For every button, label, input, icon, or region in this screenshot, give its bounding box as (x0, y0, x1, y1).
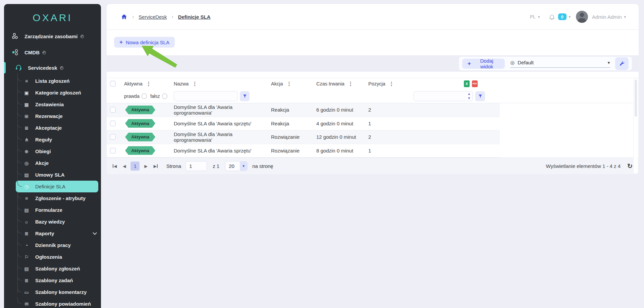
sidebar-section-label: Servicedesk (28, 65, 57, 71)
sidebar-item-umowy-sla[interactable]: ▤ Umowy SLA (4, 169, 101, 181)
sidebar-item-szablony-powiadomien[interactable]: ✉ Szablony powiadomień (4, 298, 101, 308)
column-header-aktywna[interactable]: Aktywna (124, 81, 143, 86)
sidebar-item-szablony-komentarzy[interactable]: ▭ Szablony komentarzy (4, 286, 101, 298)
column-menu-icon[interactable] (146, 81, 151, 87)
spinner-down-icon[interactable] (468, 96, 471, 101)
name-filter-button[interactable] (240, 91, 250, 101)
sidebar-item-obiegi[interactable]: ⊕ Obiegi (4, 145, 101, 157)
chevron-down-icon[interactable] (569, 15, 571, 19)
select-all-checkbox[interactable] (110, 81, 116, 86)
items-info-label: Wyświetlanie elementów 1 - 4 z 4 (546, 163, 621, 169)
cell-action: Reakcja (271, 107, 316, 113)
view-selector[interactable]: Default (510, 60, 610, 68)
sidebar-item-formularze[interactable]: ▤ Formularze (4, 204, 101, 216)
row-checkbox[interactable] (110, 107, 116, 113)
sidebar-item-definicje-sla[interactable]: ◷ Definicje SLA (16, 181, 98, 192)
per-page-label: na stronę (252, 163, 273, 169)
language-selector[interactable]: PL (530, 14, 536, 19)
table-scrollbar[interactable] (633, 78, 638, 174)
sidebar-item-label: Szablony zgłoszeń (35, 266, 80, 271)
chevron-down-icon (240, 162, 247, 171)
number-spinner[interactable] (468, 92, 471, 101)
table-row[interactable]: Aktywna Domyślne SLA dla 'Awaria oprogra… (107, 130, 500, 144)
row-checkbox[interactable] (110, 148, 116, 153)
column-header-akcja[interactable]: Akcja (271, 81, 283, 86)
page-number-input[interactable] (185, 161, 207, 171)
previous-page-button[interactable] (123, 164, 126, 169)
sidebar-item-label: Akceptacje (35, 125, 62, 131)
sidebar-item-label: Raporty (35, 231, 54, 236)
add-view-button[interactable]: Dodaj widok (462, 59, 505, 69)
sidebar-item-dziennik-pracy[interactable]: ◔ Dziennik pracy (4, 239, 101, 251)
home-icon[interactable] (121, 13, 127, 20)
breadcrumb-servicedesk[interactable]: ServiceDesk (139, 14, 167, 20)
filter-false-label: fałsz (150, 94, 160, 99)
view-settings-button[interactable] (615, 57, 629, 70)
cell-position: 1 (368, 121, 445, 126)
sidebar-item-label: Szablony powiadomień (35, 301, 91, 307)
filter-false-radio[interactable] (162, 94, 167, 99)
cmdb-icon (11, 48, 20, 56)
bell-icon[interactable] (549, 14, 555, 20)
cell-name: Domyślne SLA dla 'Awaria oprogramowania' (174, 104, 271, 116)
sidebar-item-lista-zgloszen[interactable]: ≡ Lista zgłoszeń (4, 75, 101, 87)
sidebar-section-zarzadzanie-zasobami[interactable]: Zarządzanie zasobami ◴ (4, 28, 101, 44)
column-header-pozycja[interactable]: Pozycja (368, 81, 385, 86)
pdf-export-icon[interactable] (472, 80, 478, 87)
column-menu-icon[interactable] (348, 81, 353, 87)
plus-icon (119, 39, 123, 46)
sidebar-section-servicedesk[interactable]: Servicedesk ◴ (4, 60, 101, 75)
new-sla-definition-button[interactable]: Nowa definicja SLA (114, 37, 175, 48)
sidebar-item-rezerwacje[interactable]: ⊞ Rezerwacje (4, 110, 101, 122)
cell-action: Rozwiązanie (271, 134, 316, 140)
filter-true-radio[interactable] (142, 94, 147, 99)
sidebar-item-zestawienia[interactable]: ▦ Zestawienia (4, 99, 101, 110)
last-page-button[interactable] (154, 164, 158, 169)
breadcrumb-definicje-sla[interactable]: Definicje SLA (178, 14, 211, 20)
sidebar-item-akcje[interactable]: ◎ Akcje (4, 157, 101, 169)
page-number-button[interactable]: 1 (130, 162, 140, 171)
spinner-up-icon[interactable] (468, 92, 471, 96)
comment-template-icon: ▭ (23, 290, 30, 295)
sidebar-item-akceptacje[interactable]: ≣ Akceptacje (4, 122, 101, 134)
name-filter-input[interactable] (174, 91, 237, 101)
avatar[interactable] (576, 11, 588, 23)
position-filter-button[interactable] (475, 91, 485, 101)
column-menu-icon[interactable] (389, 81, 394, 87)
funnel-icon (243, 94, 247, 99)
sidebar-item-kategorie-zgloszen[interactable]: ▣ Kategorie zgłoszeń (4, 87, 101, 99)
cell-position: 1 (368, 148, 445, 153)
sidebar-item-zgloszenie-atrybuty[interactable]: ≡ Zgłoszenie - atrybuty (4, 192, 101, 204)
chevron-down-icon[interactable] (624, 15, 626, 19)
sidebar-section-cmdb[interactable]: CMDB ◴ (4, 44, 101, 60)
refresh-icon[interactable] (627, 162, 633, 170)
sidebar-item-raporty[interactable]: ≣ Raporty (4, 228, 101, 239)
sidebar-item-szablony-zadan[interactable]: ≣ Szablony zadań (4, 274, 101, 286)
column-menu-icon[interactable] (192, 81, 197, 87)
scrollbar-thumb[interactable] (635, 80, 637, 117)
notification-template-icon: ✉ (23, 301, 30, 307)
table-row[interactable]: Aktywna Domyślne SLA dla 'Awaria sprzętu… (107, 117, 500, 131)
row-checkbox[interactable] (110, 121, 116, 126)
column-header-nazwa[interactable]: Nazwa (174, 81, 189, 86)
sidebar-item-ogloszenia[interactable]: ⚐ Ogłoszenia (4, 251, 101, 263)
oxari-logo: OXARI (4, 4, 101, 28)
tree-connector (17, 238, 22, 245)
page-size-select[interactable]: 20 (225, 161, 248, 171)
sidebar-item-reguly[interactable]: ⋔ Reguły (4, 134, 101, 145)
table-row[interactable]: Aktywna Domyślne SLA dla 'Awaria oprogra… (107, 103, 500, 117)
first-page-button[interactable] (113, 164, 117, 169)
next-page-button[interactable] (144, 164, 147, 169)
column-header-czas-trwania[interactable]: Czas trwania (316, 81, 344, 86)
excel-export-icon[interactable] (464, 80, 470, 87)
view-selector-value: Default (518, 60, 534, 65)
position-filter-input[interactable] (414, 91, 473, 101)
user-menu[interactable]: Admin Admin (592, 14, 622, 20)
row-checkbox[interactable] (110, 134, 116, 140)
sidebar-item-bazy-wiedzy[interactable]: ☼ Bazy wiedzy (4, 216, 101, 228)
chevron-down-icon[interactable] (538, 15, 540, 19)
table-row[interactable]: Aktywna Domyślne SLA dla 'Awaria sprzętu… (107, 144, 500, 158)
sidebar-item-szablony-zgloszen[interactable]: ▤ Szablony zgłoszeń (4, 263, 101, 274)
column-menu-icon[interactable] (286, 81, 291, 87)
pagination-bar: 1 Strona z 1 20 na stronę Wyświetlanie e… (107, 158, 639, 174)
